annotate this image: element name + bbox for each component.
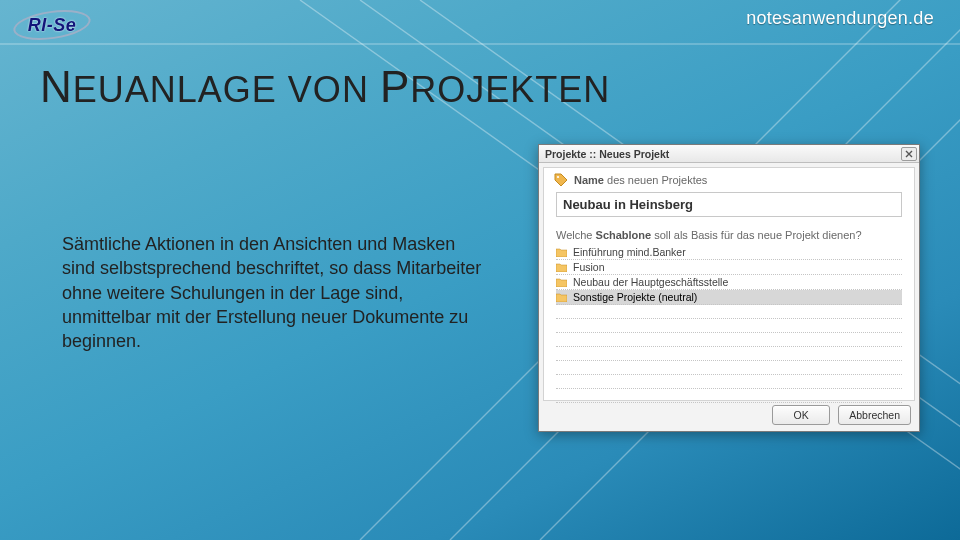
dialog-button-row: OK Abbrechen: [772, 405, 911, 425]
svg-point-0: [557, 176, 559, 178]
name-label-row: Name des neuen Projektes: [544, 168, 914, 190]
template-label: Fusion: [573, 261, 605, 273]
new-project-dialog: Projekte :: Neues Projekt Name des neuen…: [538, 144, 920, 432]
ok-button[interactable]: OK: [772, 405, 830, 425]
logo: RI-Se: [12, 6, 92, 44]
list-empty-row: [556, 347, 902, 361]
template-row[interactable]: Fusion: [556, 260, 902, 275]
list-empty-row: [556, 361, 902, 375]
tag-icon: [554, 173, 568, 187]
template-row[interactable]: Neubau der Hauptgeschäftsstelle: [556, 275, 902, 290]
dialog-title: Projekte :: Neues Projekt: [545, 148, 669, 160]
folder-icon: [556, 263, 567, 272]
project-name-input[interactable]: [556, 192, 902, 217]
header-url: notesanwendungen.de: [746, 8, 934, 29]
folder-icon: [556, 278, 567, 287]
list-empty-row: [556, 333, 902, 347]
template-label: Einführung mind.Banker: [573, 246, 686, 258]
template-label: Neubau der Hauptgeschäftsstelle: [573, 276, 728, 288]
list-empty-row: [556, 319, 902, 333]
template-question: Welche Schablone soll als Basis für das …: [544, 229, 914, 245]
dialog-body: Name des neuen Projektes Welche Schablon…: [543, 167, 915, 401]
logo-text: RI-Se: [28, 15, 77, 36]
folder-icon: [556, 248, 567, 257]
close-button[interactable]: [901, 147, 917, 161]
list-empty-row: [556, 375, 902, 389]
close-icon: [905, 150, 913, 158]
template-label: Sonstige Projekte (neutral): [573, 291, 697, 303]
project-name-field-wrap: [556, 192, 902, 217]
dialog-titlebar: Projekte :: Neues Projekt: [539, 145, 919, 163]
template-list: Einführung mind.Banker Fusion Neubau der…: [544, 245, 914, 403]
folder-icon: [556, 293, 567, 302]
template-row[interactable]: Einführung mind.Banker: [556, 245, 902, 260]
page-title: NEUANLAGE VON PROJEKTEN: [40, 62, 610, 112]
list-empty-row: [556, 389, 902, 403]
body-paragraph: Sämtliche Aktionen in den Ansichten und …: [62, 232, 482, 353]
template-row[interactable]: Sonstige Projekte (neutral): [556, 290, 902, 305]
list-empty-row: [556, 305, 902, 319]
cancel-button[interactable]: Abbrechen: [838, 405, 911, 425]
